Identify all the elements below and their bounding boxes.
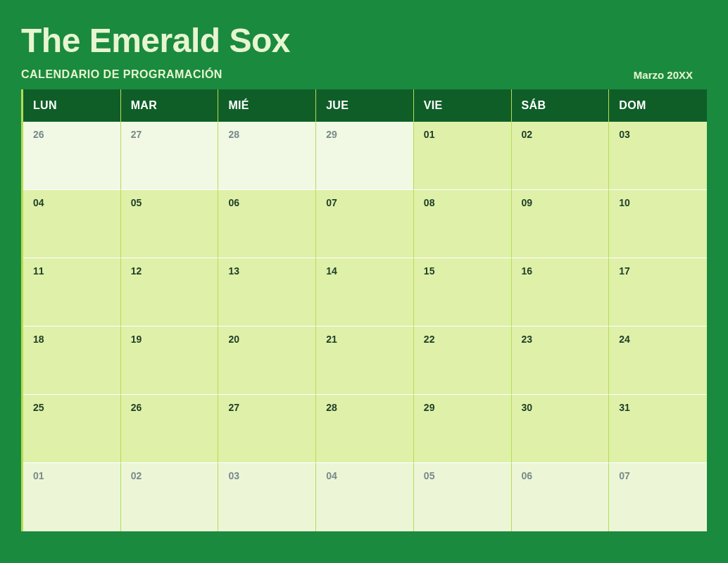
day-header-thu: JUE bbox=[316, 89, 414, 122]
day-number: 05 bbox=[424, 470, 435, 481]
day-number: 30 bbox=[522, 402, 533, 413]
day-number: 12 bbox=[131, 265, 142, 277]
day-cell: 07 bbox=[609, 463, 707, 531]
day-number: 25 bbox=[33, 402, 44, 413]
day-cell: 26 bbox=[121, 395, 219, 463]
day-cell: 16 bbox=[512, 258, 610, 327]
day-cell: 29 bbox=[414, 395, 512, 463]
calendar-days-header: LUN MAR MIÉ JUE VIE SÁB DOM bbox=[21, 89, 707, 122]
day-number: 08 bbox=[424, 197, 435, 208]
day-cell: 07 bbox=[316, 190, 414, 258]
day-number: 02 bbox=[522, 129, 533, 140]
calendar-body: 2627282901020304050607080910111213141516… bbox=[21, 122, 707, 531]
day-cell: 27 bbox=[218, 395, 316, 463]
day-cell: 10 bbox=[609, 190, 707, 258]
month-year-label: Marzo 20XX bbox=[634, 69, 693, 81]
day-number: 19 bbox=[131, 334, 142, 345]
calendar-row: 25262728293031 bbox=[23, 395, 707, 463]
day-header-fri: VIE bbox=[414, 89, 512, 122]
day-cell: 17 bbox=[609, 258, 707, 327]
calendar-row: 01020304050607 bbox=[23, 463, 707, 531]
calendar-row: 18192021222324 bbox=[23, 327, 707, 395]
day-cell: 25 bbox=[23, 395, 121, 463]
day-cell: 23 bbox=[512, 327, 610, 395]
day-header-tue: MAR bbox=[121, 89, 219, 122]
day-header-sat: SÁB bbox=[512, 89, 610, 122]
day-cell: 28 bbox=[218, 122, 316, 190]
day-number: 11 bbox=[33, 265, 44, 277]
calendar-grid: LUN MAR MIÉ JUE VIE SÁB DOM 262728290102… bbox=[21, 89, 707, 531]
page-title: The Emerald Sox bbox=[21, 21, 707, 60]
day-cell: 21 bbox=[316, 327, 414, 395]
day-number: 03 bbox=[228, 470, 239, 481]
day-cell: 24 bbox=[609, 327, 707, 395]
day-cell: 12 bbox=[121, 258, 219, 327]
day-cell: 28 bbox=[316, 395, 414, 463]
day-cell: 20 bbox=[218, 327, 316, 395]
calendar-row: 11121314151617 bbox=[23, 258, 707, 327]
day-cell: 15 bbox=[414, 258, 512, 327]
day-cell: 04 bbox=[23, 190, 121, 258]
day-cell: 26 bbox=[23, 122, 121, 190]
day-number: 10 bbox=[619, 197, 630, 208]
day-number: 18 bbox=[33, 334, 44, 345]
day-number: 14 bbox=[326, 265, 337, 277]
day-number: 07 bbox=[326, 197, 337, 208]
day-number: 23 bbox=[522, 334, 533, 345]
day-number: 07 bbox=[619, 470, 630, 481]
day-number: 13 bbox=[228, 265, 239, 277]
day-cell: 29 bbox=[316, 122, 414, 190]
day-header-mon: LUN bbox=[23, 89, 121, 122]
day-number: 31 bbox=[619, 402, 630, 413]
day-number: 06 bbox=[228, 197, 239, 208]
day-number: 04 bbox=[33, 197, 44, 208]
calendar-row: 04050607080910 bbox=[23, 190, 707, 258]
day-cell: 22 bbox=[414, 327, 512, 395]
day-number: 22 bbox=[424, 334, 435, 345]
day-cell: 08 bbox=[414, 190, 512, 258]
day-cell: 05 bbox=[414, 463, 512, 531]
calendar-header-section: The Emerald Sox CALENDARIO DE PROGRAMACI… bbox=[21, 21, 707, 81]
day-number: 20 bbox=[228, 334, 239, 345]
day-cell: 04 bbox=[316, 463, 414, 531]
day-number: 17 bbox=[619, 265, 630, 277]
day-number: 04 bbox=[326, 470, 337, 481]
day-cell: 19 bbox=[121, 327, 219, 395]
day-number: 26 bbox=[131, 402, 142, 413]
day-cell: 02 bbox=[121, 463, 219, 531]
day-number: 28 bbox=[228, 129, 239, 140]
day-cell: 03 bbox=[609, 122, 707, 190]
day-number: 27 bbox=[228, 402, 239, 413]
day-cell: 01 bbox=[414, 122, 512, 190]
day-number: 16 bbox=[522, 265, 533, 277]
day-number: 02 bbox=[131, 470, 142, 481]
day-number: 24 bbox=[619, 334, 630, 345]
day-number: 01 bbox=[33, 470, 44, 481]
subtitle-row: CALENDARIO DE PROGRAMACIÓN Marzo 20XX bbox=[21, 68, 707, 81]
day-header-sun: DOM bbox=[609, 89, 707, 122]
day-number: 15 bbox=[424, 265, 435, 277]
day-number: 09 bbox=[522, 197, 533, 208]
day-number: 06 bbox=[522, 470, 533, 481]
day-number: 29 bbox=[424, 402, 435, 413]
day-cell: 06 bbox=[218, 190, 316, 258]
day-cell: 13 bbox=[218, 258, 316, 327]
day-cell: 14 bbox=[316, 258, 414, 327]
day-number: 01 bbox=[424, 129, 435, 140]
day-header-wed: MIÉ bbox=[218, 89, 316, 122]
day-number: 28 bbox=[326, 402, 337, 413]
day-cell: 06 bbox=[512, 463, 610, 531]
calendar-row: 26272829010203 bbox=[23, 122, 707, 190]
day-number: 29 bbox=[326, 129, 337, 140]
day-number: 21 bbox=[326, 334, 337, 345]
day-cell: 11 bbox=[23, 258, 121, 327]
subtitle: CALENDARIO DE PROGRAMACIÓN bbox=[21, 68, 222, 81]
day-cell: 05 bbox=[121, 190, 219, 258]
day-number: 05 bbox=[131, 197, 142, 208]
day-cell: 18 bbox=[23, 327, 121, 395]
day-cell: 09 bbox=[512, 190, 610, 258]
day-cell: 27 bbox=[121, 122, 219, 190]
day-cell: 30 bbox=[512, 395, 610, 463]
day-cell: 31 bbox=[609, 395, 707, 463]
day-cell: 02 bbox=[512, 122, 610, 190]
